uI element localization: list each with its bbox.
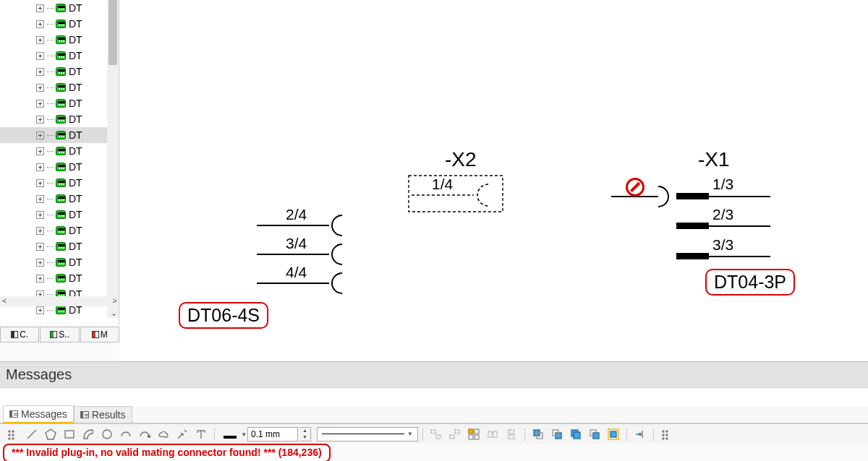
tool-semicircle[interactable]: [117, 426, 135, 442]
line-weight-preview[interactable]: [219, 426, 241, 442]
tree-item[interactable]: DT: [0, 159, 109, 175]
align-grid-button[interactable]: [465, 426, 482, 442]
align-right-button[interactable]: [446, 426, 464, 442]
tree-item[interactable]: DT: [0, 191, 109, 207]
messages-content: [0, 387, 868, 406]
svg-rect-27: [475, 429, 479, 434]
svg-rect-30: [488, 431, 492, 437]
list-icon: [80, 411, 89, 418]
expand-icon[interactable]: [36, 4, 44, 12]
svg-rect-22: [431, 430, 435, 434]
expand-icon[interactable]: [36, 84, 44, 92]
tool-arc[interactable]: [80, 426, 97, 442]
tree-tab-s[interactable]: S..: [40, 327, 79, 342]
expand-icon[interactable]: [36, 179, 44, 187]
distribute-h-button[interactable]: [484, 426, 501, 442]
tree-item[interactable]: DT: [0, 207, 109, 223]
expand-icon[interactable]: [36, 195, 44, 203]
expand-icon[interactable]: [36, 68, 44, 76]
tree-item-label: DT: [69, 177, 82, 189]
expand-icon[interactable]: [36, 132, 44, 139]
expand-icon[interactable]: [36, 163, 44, 171]
connector-icon: [56, 131, 66, 139]
svg-rect-43: [610, 431, 616, 437]
tree-item[interactable]: DT: [0, 64, 109, 79]
drag-handle-icon[interactable]: [4, 426, 22, 442]
distribute-v-button[interactable]: [503, 426, 520, 442]
expand-icon[interactable]: [36, 52, 44, 60]
selection-box-x2[interactable]: [409, 176, 503, 212]
expand-icon[interactable]: [36, 306, 44, 314]
tree-item-label: DT: [69, 66, 82, 77]
tree-item[interactable]: DT: [0, 175, 109, 191]
bring-front-button[interactable]: [529, 426, 547, 442]
component-tree-panel: DTDTDTDTDTDTDTDTDTDTDTDTDTDTDTDTDTDTDTDT…: [0, 0, 119, 325]
snap-button[interactable]: [631, 426, 649, 442]
tool-circle[interactable]: [98, 426, 116, 442]
tree-item[interactable]: DT: [0, 95, 109, 111]
connector-icon: [56, 4, 66, 12]
tool-cloud[interactable]: [155, 426, 172, 442]
tree-item-label: DT: [69, 161, 82, 173]
tree-item[interactable]: DT: [0, 143, 109, 159]
messages-title: Messages: [6, 366, 72, 383]
tool-curve[interactable]: [136, 426, 153, 442]
tree-item-label: DT: [69, 98, 82, 109]
label-x1-pin1: 1/3: [712, 176, 733, 192]
tree-tab-c[interactable]: C.: [0, 327, 39, 342]
tree-connector-icon: [47, 36, 54, 43]
tool-polygon[interactable]: [42, 426, 59, 442]
tree-item[interactable]: DT: [0, 111, 109, 127]
tree-item[interactable]: DT: [0, 48, 109, 64]
tree-connector-icon: [47, 243, 54, 250]
tool-line[interactable]: [23, 426, 41, 442]
line-width-spinner[interactable]: ▲▼: [299, 427, 311, 441]
expand-icon[interactable]: [36, 116, 44, 124]
tree-item-label: DT: [69, 129, 82, 141]
tree-item[interactable]: DT: [0, 79, 109, 95]
tree-item[interactable]: DT: [0, 223, 109, 238]
tool-scale[interactable]: [174, 426, 191, 442]
tree-vscrollbar[interactable]: ⌄: [107, 0, 119, 318]
tree-hscrollbar[interactable]: <>: [0, 296, 119, 306]
send-back-button[interactable]: [586, 426, 603, 442]
tree-item-label: DT: [69, 113, 82, 125]
drawing-canvas[interactable]: -X2 1/4 2/4 3/4 4/4 -X1 1/3 2/3 3/3 DT06…: [119, 0, 868, 361]
tree-tab-m[interactable]: M: [80, 327, 119, 342]
bring-forward-button[interactable]: [548, 426, 566, 442]
tree-item[interactable]: DT: [0, 16, 109, 32]
tree-item-label: DT: [69, 50, 82, 61]
tree-item[interactable]: DT: [0, 254, 109, 270]
connector-icon: [56, 99, 66, 108]
line-pattern-select[interactable]: ▼: [317, 427, 418, 441]
line-width-input[interactable]: 0.1 mm: [247, 427, 298, 441]
expand-icon[interactable]: [36, 275, 44, 283]
group-button[interactable]: [605, 426, 622, 442]
send-backward-button[interactable]: [567, 426, 584, 442]
tree-item[interactable]: DT: [0, 0, 109, 16]
align-left-button[interactable]: [427, 426, 445, 442]
expand-icon[interactable]: [36, 259, 44, 267]
tree-item[interactable]: DT: [0, 270, 109, 286]
tool-text[interactable]: [192, 426, 210, 442]
tree-item[interactable]: DT: [0, 127, 109, 143]
expand-icon[interactable]: [36, 211, 44, 219]
tree-item-label: DT: [69, 257, 82, 268]
tool-rectangle[interactable]: [61, 426, 78, 442]
expand-icon[interactable]: [36, 243, 44, 251]
messages-tab-messages[interactable]: Messages: [3, 405, 74, 423]
svg-point-13: [9, 438, 10, 439]
no-drop-icon: [626, 178, 644, 197]
expand-icon[interactable]: [36, 227, 44, 235]
messages-tab-results[interactable]: Results: [74, 406, 132, 423]
tree-connector-icon: [47, 163, 54, 171]
expand-icon[interactable]: [36, 100, 44, 108]
drag-handle-icon[interactable]: [658, 426, 676, 442]
expand-icon[interactable]: [36, 20, 44, 28]
expand-icon[interactable]: [36, 147, 44, 155]
svg-point-20: [103, 430, 111, 439]
tree-item[interactable]: DT: [0, 238, 109, 254]
tree-item[interactable]: DT: [0, 32, 109, 48]
expand-icon[interactable]: [36, 36, 44, 44]
svg-point-16: [12, 438, 14, 439]
